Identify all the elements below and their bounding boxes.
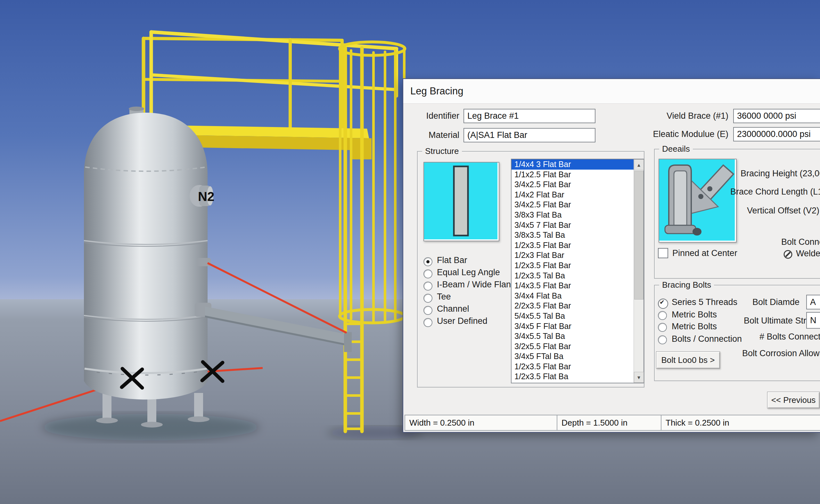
radio-metric-bolts-2-label: Metric Bolts [672,322,717,332]
list-item[interactable]: 1/4x4 3 Flat Bar [511,159,634,170]
status-depth: Depth = 1.5000 in [557,415,664,431]
list-item[interactable]: 3/4x2.5 Flat Bar [511,200,634,210]
radio-tee[interactable] [423,294,432,303]
previous-button[interactable]: << Previous [767,392,820,408]
bolts-per-connection-label: # Bolts Connectio [760,332,820,342]
radio-metric-bolts-1[interactable] [658,311,667,320]
list-item[interactable]: 3/4x5.5 Tal Ba [511,331,634,341]
radio-i-beam-label: I-Beam / Wide Flange [437,280,520,290]
bolt-loads-button[interactable]: Bolt Loo0 bs > [656,351,720,369]
status-width: Width = 0.2500 in [405,415,559,431]
list-item[interactable]: 1/4x2 Flat Bar [511,190,634,200]
elastic-modulus-input[interactable]: 23000000.0000 psi [733,127,820,141]
bracing-bolts-group-label: Bracing Bolts [659,280,714,290]
radio-flat-bar[interactable] [423,257,432,266]
radio-tee-label: Tee [437,292,451,302]
yield-brace-label: Vield Brace (#1) [628,109,728,123]
radio-flat-bar-label: Flat Bar [437,255,467,265]
list-item[interactable]: 3/4x5 FTal Ba [511,351,634,362]
bolt-diameter-input[interactable]: A [806,295,820,309]
welded-option-label: Welded [796,249,820,259]
structure-list: 1/4x4 3 Flat Bar1/1x2.5 Flat Bar3/4x2.5 … [511,159,634,383]
upper-clamp [197,258,211,266]
list-item[interactable]: 3/4x5 F Flat Bar [511,321,634,332]
radio-channel-label: Channel [437,304,469,314]
material-label: Material [410,128,459,142]
list-item[interactable]: 1/2x3.5 Flat Bar [511,240,634,251]
elastic-modulus-label: Eleatic Modulue (E) [628,127,728,141]
list-item[interactable]: 1/2x3 Flat Bar [511,250,634,260]
identifier-input[interactable]: Leg Brace #1 [463,109,595,123]
radio-user-defined-label: User Defined [437,316,487,326]
list-item[interactable]: 3/8x3 Flat Ba [511,210,634,220]
scroll-down-button[interactable]: ▼ [634,372,644,383]
brace-chord-length-label: Brace Chord Length (L1 [730,187,820,197]
bracing-height-label: Bracing Height (23,000 [741,169,820,179]
bolt-ultimate-strength-label: Bolt Ultimate Stren [744,316,816,326]
list-scrollbar[interactable]: ▲ ▼ [634,159,644,383]
scroll-thumb[interactable] [634,171,644,300]
radio-user-defined[interactable] [423,318,432,327]
radio-metric-bolts-1-label: Metric Bolts [672,310,717,320]
list-item[interactable]: 1/1x2.5 Flat Bar [511,170,634,180]
leg-bracing-dialog: Leg Bracing Identifier Leg Brace #1 Mate… [403,78,820,433]
yield-brace-input[interactable]: 36000 0000 psi [733,109,820,123]
list-item[interactable]: 1/4x3.5 Flat Bar [511,281,634,291]
flat-bar-preview [423,162,499,241]
radio-equal-leg-angle[interactable] [423,269,432,278]
radio-bolts-connection-label: Bolts / Connection [672,334,742,344]
material-input[interactable]: (A|SA1 Flat Bar [463,128,595,142]
radio-series-threads-label: Series 5 Threads [672,297,737,307]
n2-nozzle: N2 [189,185,214,207]
identifier-label: Identifier [410,109,459,123]
pinned-at-center-checkbox[interactable] [658,248,668,258]
list-item[interactable]: 5/4x5.5 Tal Ba [511,311,634,321]
screen: { "scene": { "nozzle_label": "N2" }, "di… [0,0,820,504]
dialog-titlebar[interactable]: Leg Bracing [403,79,820,104]
welded-option-icon[interactable] [783,250,793,259]
radio-bolts-connection[interactable] [658,335,667,344]
radio-channel[interactable] [423,306,432,315]
structure-size-listbox: 1/4x4 3 Flat Bar1/1x2.5 Flat Bar3/4x2.5 … [511,159,644,383]
list-item[interactable]: 1/2x3.5 Flat Bar [511,362,634,372]
list-item[interactable]: 3/4x5 7 Flat Bar [511,220,634,230]
radio-metric-bolts-2[interactable] [658,323,667,332]
list-item[interactable]: 1/2x3.5 Flat Ba [511,372,634,382]
list-item[interactable]: 1/2x3.5 Flat Bar [511,260,634,271]
bolt-corrosion-allowance-label: Bolt Corrosion Allowan [742,348,820,358]
list-item[interactable]: 3/8x3.5 Tal Ba [511,230,634,240]
details-group-label: Deeails [659,144,693,154]
list-item[interactable]: 3/4x4 Flat Ba [511,291,634,301]
dialog-title: Leg Bracing [410,79,463,103]
list-item[interactable]: 1/2x3.5 Tal Ba [511,271,634,281]
bolt-ultimate-strength-input[interactable]: N [806,312,820,329]
list-item[interactable]: 2/2x3.5 Flat Bar [511,301,634,311]
vertical-offset-label: Vertical Offset (V2) [747,206,819,216]
bolt-diameter-label: Bolt Diamde [752,297,800,307]
list-item[interactable]: 3/4x2.5 Flat Bar [511,180,634,190]
bolt-connection-label: Bolt Conne [781,237,820,247]
nozzle-label: N2 [198,189,214,204]
structure-group-label: Structure [422,146,462,156]
scroll-up-button[interactable]: ▲ [634,159,644,170]
radio-series-threads[interactable] [658,299,668,309]
status-thick: Thick = 0.2500 in [661,415,820,431]
list-item[interactable]: 3/2x5.5 Flat Bar [511,341,634,352]
radio-equal-leg-angle-label: Equal Leg Angle [437,268,500,277]
radio-i-beam[interactable] [423,282,432,291]
pinned-at-center-label: Pinned at Center [672,248,737,258]
brace-detail-preview [659,159,737,243]
pressure-vessel: N2 [84,107,214,400]
